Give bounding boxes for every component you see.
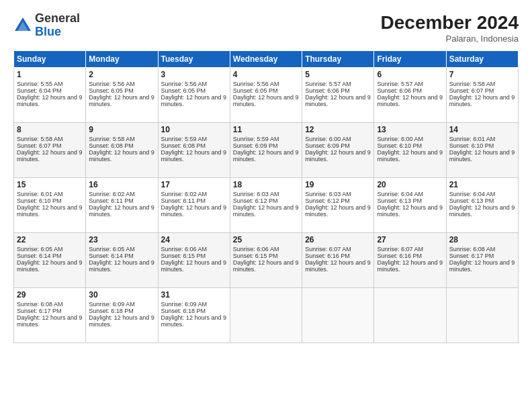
day-number: 27 <box>377 235 443 244</box>
sunrise-text: Sunrise: 6:07 AM <box>305 246 351 253</box>
day-number: 6 <box>377 70 443 79</box>
sunrise-text: Sunrise: 5:58 AM <box>17 136 63 142</box>
daylight-text: Daylight: 12 hours and 9 minutes. <box>17 149 83 163</box>
sunset-text: Sunset: 6:15 PM <box>161 253 206 259</box>
day-number: 1 <box>17 70 83 79</box>
day-number: 29 <box>17 290 83 300</box>
daylight-text: Daylight: 12 hours and 9 minutes. <box>17 204 83 218</box>
day-number: 11 <box>233 125 299 134</box>
logo-icon <box>13 16 32 35</box>
day-number: 10 <box>161 125 227 134</box>
daylight-text: Daylight: 12 hours and 9 minutes. <box>89 259 154 273</box>
daylight-text: Daylight: 12 hours and 9 minutes. <box>233 259 299 273</box>
sunset-text: Sunset: 6:07 PM <box>449 87 494 94</box>
sunset-text: Sunset: 6:11 PM <box>161 197 206 204</box>
day-number: 17 <box>161 180 227 189</box>
sunrise-text: Sunrise: 6:03 AM <box>305 191 351 197</box>
sunset-text: Sunset: 6:13 PM <box>377 197 422 204</box>
logo-blue-text: Blue <box>35 25 61 38</box>
calendar-cell: 9Sunrise: 5:58 AMSunset: 6:08 PMDaylight… <box>86 123 158 178</box>
daylight-text: Daylight: 12 hours and 9 minutes. <box>161 149 227 163</box>
daylight-text: Daylight: 12 hours and 9 minutes. <box>377 94 443 107</box>
calendar-cell: 12Sunrise: 6:00 AMSunset: 6:09 PMDayligh… <box>302 123 374 178</box>
calendar-cell: 18Sunrise: 6:03 AMSunset: 6:12 PMDayligh… <box>230 178 302 233</box>
day-number: 2 <box>89 70 154 79</box>
sunset-text: Sunset: 6:12 PM <box>233 197 278 204</box>
sunset-text: Sunset: 6:17 PM <box>449 253 494 259</box>
day-number: 15 <box>17 180 83 189</box>
sunset-text: Sunset: 6:12 PM <box>305 197 350 204</box>
sunset-text: Sunset: 6:06 PM <box>377 87 422 94</box>
calendar-cell: 10Sunrise: 5:59 AMSunset: 6:08 PMDayligh… <box>158 123 230 178</box>
day-number: 21 <box>449 180 515 189</box>
sunset-text: Sunset: 6:04 PM <box>17 87 62 94</box>
daylight-text: Daylight: 12 hours and 9 minutes. <box>449 94 515 107</box>
calendar-cell: 17Sunrise: 6:02 AMSunset: 6:11 PMDayligh… <box>158 178 230 233</box>
sunrise-text: Sunrise: 6:09 AM <box>161 301 208 308</box>
calendar-day-header: Wednesday <box>230 51 302 68</box>
sunset-text: Sunset: 6:08 PM <box>89 142 134 149</box>
sunset-text: Sunset: 6:05 PM <box>161 87 206 94</box>
sunset-text: Sunset: 6:13 PM <box>449 197 494 204</box>
calendar-week-row: 29Sunrise: 6:08 AMSunset: 6:17 PMDayligh… <box>14 288 519 343</box>
calendar-day-header: Tuesday <box>158 51 230 68</box>
day-number: 25 <box>233 235 299 244</box>
sunset-text: Sunset: 6:10 PM <box>377 142 422 149</box>
sunrise-text: Sunrise: 5:57 AM <box>305 81 351 87</box>
header: General Blue December 2024 Palaran, Indo… <box>13 12 519 44</box>
day-number: 28 <box>449 235 515 244</box>
calendar-cell: 25Sunrise: 6:06 AMSunset: 6:15 PMDayligh… <box>230 233 302 288</box>
calendar-week-row: 8Sunrise: 5:58 AMSunset: 6:07 PMDaylight… <box>14 123 519 178</box>
logo-text: General Blue <box>35 12 80 39</box>
calendar-day-header: Saturday <box>446 51 518 68</box>
daylight-text: Daylight: 12 hours and 9 minutes. <box>233 94 299 107</box>
month-title: December 2024 <box>381 12 519 34</box>
calendar-cell: 30Sunrise: 6:09 AMSunset: 6:18 PMDayligh… <box>86 288 158 343</box>
sunrise-text: Sunrise: 6:00 AM <box>305 136 351 142</box>
sunrise-text: Sunrise: 6:00 AM <box>377 136 423 142</box>
title-block: December 2024 Palaran, Indonesia <box>381 12 519 44</box>
day-number: 13 <box>377 125 443 134</box>
calendar-cell: 16Sunrise: 6:02 AMSunset: 6:11 PMDayligh… <box>86 178 158 233</box>
sunrise-text: Sunrise: 6:05 AM <box>89 246 135 253</box>
calendar-cell-empty <box>230 288 302 343</box>
day-number: 18 <box>233 180 299 189</box>
day-number: 23 <box>89 235 154 244</box>
sunrise-text: Sunrise: 6:08 AM <box>449 246 496 253</box>
daylight-text: Daylight: 12 hours and 9 minutes. <box>161 94 227 107</box>
calendar-cell: 23Sunrise: 6:05 AMSunset: 6:14 PMDayligh… <box>86 233 158 288</box>
sunset-text: Sunset: 6:14 PM <box>89 253 134 259</box>
calendar-day-header: Sunday <box>14 51 86 68</box>
calendar-cell: 13Sunrise: 6:00 AMSunset: 6:10 PMDayligh… <box>374 123 446 178</box>
sunset-text: Sunset: 6:06 PM <box>305 87 350 94</box>
sunrise-text: Sunrise: 5:59 AM <box>161 136 208 142</box>
calendar-cell-empty <box>446 288 518 343</box>
sunrise-text: Sunrise: 5:58 AM <box>449 81 496 87</box>
sunset-text: Sunset: 6:11 PM <box>89 197 134 204</box>
daylight-text: Daylight: 12 hours and 9 minutes. <box>89 94 154 107</box>
sunrise-text: Sunrise: 5:56 AM <box>161 81 208 87</box>
calendar-cell-empty <box>374 288 446 343</box>
sunrise-text: Sunrise: 6:06 AM <box>233 246 279 253</box>
calendar-cell: 8Sunrise: 5:58 AMSunset: 6:07 PMDaylight… <box>14 123 86 178</box>
sunset-text: Sunset: 6:18 PM <box>161 308 206 314</box>
day-number: 7 <box>449 70 515 79</box>
calendar-cell: 5Sunrise: 5:57 AMSunset: 6:06 PMDaylight… <box>302 68 374 123</box>
calendar-cell: 28Sunrise: 6:08 AMSunset: 6:17 PMDayligh… <box>446 233 518 288</box>
sunrise-text: Sunrise: 6:05 AM <box>17 246 63 253</box>
calendar-cell: 31Sunrise: 6:09 AMSunset: 6:18 PMDayligh… <box>158 288 230 343</box>
daylight-text: Daylight: 12 hours and 9 minutes. <box>233 204 299 218</box>
day-number: 31 <box>161 290 227 300</box>
calendar-cell: 7Sunrise: 5:58 AMSunset: 6:07 PMDaylight… <box>446 68 518 123</box>
day-number: 22 <box>17 235 83 244</box>
day-number: 26 <box>305 235 371 244</box>
calendar-header-row: SundayMondayTuesdayWednesdayThursdayFrid… <box>14 51 519 68</box>
day-number: 3 <box>161 70 227 79</box>
sunset-text: Sunset: 6:09 PM <box>305 142 350 149</box>
subtitle: Palaran, Indonesia <box>381 34 519 44</box>
calendar-cell: 22Sunrise: 6:05 AMSunset: 6:14 PMDayligh… <box>14 233 86 288</box>
day-number: 19 <box>305 180 371 189</box>
sunrise-text: Sunrise: 5:59 AM <box>233 136 279 142</box>
sunrise-text: Sunrise: 6:02 AM <box>89 191 135 197</box>
daylight-text: Daylight: 12 hours and 9 minutes. <box>89 314 154 328</box>
